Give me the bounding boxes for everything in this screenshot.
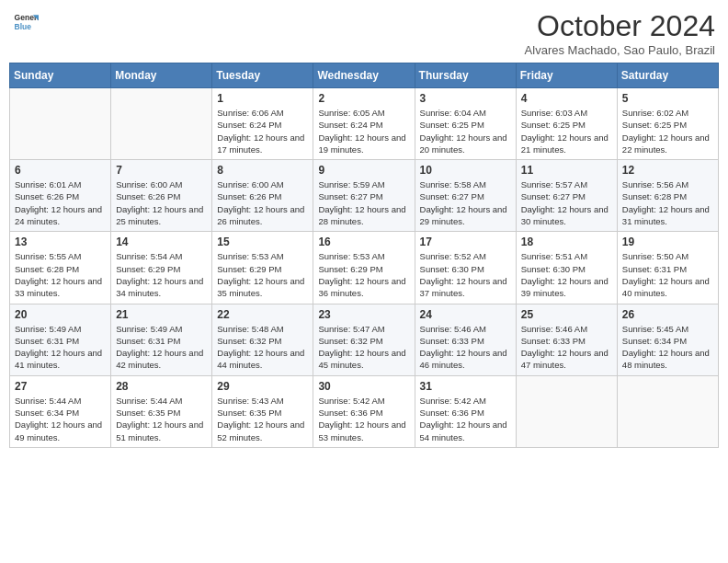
calendar-day-24: 24Sunrise: 5:46 AM Sunset: 6:33 PM Dayli… [415, 304, 516, 375]
calendar-empty-cell [111, 88, 212, 160]
weekday-header-friday: Friday [516, 63, 617, 88]
calendar-table: SundayMondayTuesdayWednesdayThursdayFrid… [9, 63, 719, 448]
day-number: 30 [318, 380, 409, 393]
day-info: Sunrise: 5:55 AM Sunset: 6:28 PM Dayligh… [15, 250, 106, 299]
day-number: 23 [318, 308, 409, 321]
day-info: Sunrise: 5:54 AM Sunset: 6:29 PM Dayligh… [116, 250, 207, 299]
weekday-header-thursday: Thursday [415, 63, 516, 88]
calendar-day-16: 16Sunrise: 5:53 AM Sunset: 6:29 PM Dayli… [313, 232, 415, 304]
day-number: 25 [521, 308, 612, 321]
day-number: 1 [217, 92, 308, 105]
day-info: Sunrise: 5:42 AM Sunset: 6:36 PM Dayligh… [318, 395, 409, 443]
calendar-week-5: 27Sunrise: 5:44 AM Sunset: 6:34 PM Dayli… [10, 375, 719, 447]
calendar-day-29: 29Sunrise: 5:43 AM Sunset: 6:35 PM Dayli… [212, 375, 313, 447]
calendar-day-4: 4Sunrise: 6:03 AM Sunset: 6:25 PM Daylig… [516, 88, 617, 160]
calendar-empty-cell [617, 375, 718, 447]
calendar-day-1: 1Sunrise: 6:06 AM Sunset: 6:24 PM Daylig… [212, 88, 313, 160]
svg-text:General: General [15, 13, 39, 22]
day-number: 22 [217, 308, 308, 321]
day-number: 21 [116, 308, 207, 321]
calendar-day-9: 9Sunrise: 5:59 AM Sunset: 6:27 PM Daylig… [313, 160, 415, 232]
day-number: 7 [116, 164, 207, 177]
day-info: Sunrise: 5:57 AM Sunset: 6:27 PM Dayligh… [521, 178, 612, 227]
day-info: Sunrise: 6:02 AM Sunset: 6:25 PM Dayligh… [622, 107, 713, 155]
day-number: 19 [622, 236, 713, 248]
title-section: October 2024 Alvares Machado, Sao Paulo,… [525, 9, 715, 57]
day-info: Sunrise: 5:49 AM Sunset: 6:31 PM Dayligh… [116, 323, 207, 372]
day-number: 12 [622, 164, 713, 177]
calendar-day-13: 13Sunrise: 5:55 AM Sunset: 6:28 PM Dayli… [10, 232, 111, 304]
weekday-header-sunday: Sunday [10, 63, 111, 88]
day-number: 29 [217, 380, 308, 393]
calendar-day-31: 31Sunrise: 5:42 AM Sunset: 6:36 PM Dayli… [415, 375, 516, 447]
calendar-day-10: 10Sunrise: 5:58 AM Sunset: 6:27 PM Dayli… [415, 160, 516, 232]
month-title: October 2024 [525, 9, 715, 43]
day-info: Sunrise: 6:04 AM Sunset: 6:25 PM Dayligh… [420, 107, 511, 155]
day-info: Sunrise: 5:56 AM Sunset: 6:28 PM Dayligh… [622, 178, 713, 227]
day-info: Sunrise: 5:59 AM Sunset: 6:27 PM Dayligh… [318, 178, 409, 227]
day-info: Sunrise: 5:51 AM Sunset: 6:30 PM Dayligh… [521, 250, 612, 299]
calendar-empty-cell [516, 375, 617, 447]
day-number: 11 [521, 164, 612, 177]
calendar-week-4: 20Sunrise: 5:49 AM Sunset: 6:31 PM Dayli… [10, 304, 719, 375]
day-number: 16 [318, 236, 409, 248]
calendar-day-25: 25Sunrise: 5:46 AM Sunset: 6:33 PM Dayli… [516, 304, 617, 375]
day-number: 28 [116, 380, 207, 393]
day-number: 27 [15, 380, 106, 393]
day-info: Sunrise: 5:45 AM Sunset: 6:34 PM Dayligh… [622, 323, 713, 372]
calendar-day-6: 6Sunrise: 6:01 AM Sunset: 6:26 PM Daylig… [10, 160, 111, 232]
day-number: 26 [622, 308, 713, 321]
day-info: Sunrise: 5:58 AM Sunset: 6:27 PM Dayligh… [420, 178, 511, 227]
day-number: 31 [420, 380, 511, 393]
page-header: General Blue October 2024 Alvares Machad… [9, 9, 719, 57]
calendar-day-5: 5Sunrise: 6:02 AM Sunset: 6:25 PM Daylig… [617, 88, 718, 160]
day-info: Sunrise: 6:05 AM Sunset: 6:24 PM Dayligh… [318, 107, 409, 155]
logo-icon: General Blue [13, 9, 39, 35]
day-info: Sunrise: 5:52 AM Sunset: 6:30 PM Dayligh… [420, 250, 511, 299]
weekday-header-tuesday: Tuesday [212, 63, 313, 88]
calendar-week-3: 13Sunrise: 5:55 AM Sunset: 6:28 PM Dayli… [10, 232, 719, 304]
logo: General Blue [13, 9, 39, 35]
day-number: 6 [15, 164, 106, 177]
calendar-empty-cell [10, 88, 111, 160]
calendar-week-1: 1Sunrise: 6:06 AM Sunset: 6:24 PM Daylig… [10, 88, 719, 160]
weekday-header-saturday: Saturday [617, 63, 718, 88]
day-info: Sunrise: 6:00 AM Sunset: 6:26 PM Dayligh… [217, 178, 308, 227]
day-number: 15 [217, 236, 308, 248]
day-info: Sunrise: 5:46 AM Sunset: 6:33 PM Dayligh… [420, 323, 511, 372]
day-info: Sunrise: 5:44 AM Sunset: 6:34 PM Dayligh… [15, 395, 106, 443]
day-info: Sunrise: 6:00 AM Sunset: 6:26 PM Dayligh… [116, 178, 207, 227]
day-info: Sunrise: 6:06 AM Sunset: 6:24 PM Dayligh… [217, 107, 308, 155]
calendar-day-21: 21Sunrise: 5:49 AM Sunset: 6:31 PM Dayli… [111, 304, 212, 375]
calendar-day-23: 23Sunrise: 5:47 AM Sunset: 6:32 PM Dayli… [313, 304, 415, 375]
calendar-day-15: 15Sunrise: 5:53 AM Sunset: 6:29 PM Dayli… [212, 232, 313, 304]
day-info: Sunrise: 5:48 AM Sunset: 6:32 PM Dayligh… [217, 323, 308, 372]
day-number: 14 [116, 236, 207, 248]
day-info: Sunrise: 5:49 AM Sunset: 6:31 PM Dayligh… [15, 323, 106, 372]
location-subtitle: Alvares Machado, Sao Paulo, Brazil [525, 43, 715, 57]
svg-text:Blue: Blue [15, 22, 32, 31]
day-info: Sunrise: 5:44 AM Sunset: 6:35 PM Dayligh… [116, 395, 207, 443]
calendar-day-12: 12Sunrise: 5:56 AM Sunset: 6:28 PM Dayli… [617, 160, 718, 232]
day-info: Sunrise: 5:53 AM Sunset: 6:29 PM Dayligh… [318, 250, 409, 299]
day-number: 3 [420, 92, 511, 105]
calendar-day-26: 26Sunrise: 5:45 AM Sunset: 6:34 PM Dayli… [617, 304, 718, 375]
day-number: 18 [521, 236, 612, 248]
weekday-header-row: SundayMondayTuesdayWednesdayThursdayFrid… [10, 63, 719, 88]
weekday-header-monday: Monday [111, 63, 212, 88]
calendar-day-8: 8Sunrise: 6:00 AM Sunset: 6:26 PM Daylig… [212, 160, 313, 232]
calendar-day-19: 19Sunrise: 5:50 AM Sunset: 6:31 PM Dayli… [617, 232, 718, 304]
calendar-day-18: 18Sunrise: 5:51 AM Sunset: 6:30 PM Dayli… [516, 232, 617, 304]
day-number: 2 [318, 92, 409, 105]
day-number: 17 [420, 236, 511, 248]
weekday-header-wednesday: Wednesday [313, 63, 415, 88]
calendar-day-22: 22Sunrise: 5:48 AM Sunset: 6:32 PM Dayli… [212, 304, 313, 375]
day-number: 13 [15, 236, 106, 248]
day-number: 4 [521, 92, 612, 105]
day-number: 20 [15, 308, 106, 321]
day-info: Sunrise: 5:50 AM Sunset: 6:31 PM Dayligh… [622, 250, 713, 299]
day-info: Sunrise: 5:43 AM Sunset: 6:35 PM Dayligh… [217, 395, 308, 443]
calendar-day-11: 11Sunrise: 5:57 AM Sunset: 6:27 PM Dayli… [516, 160, 617, 232]
day-info: Sunrise: 5:42 AM Sunset: 6:36 PM Dayligh… [420, 395, 511, 443]
day-number: 8 [217, 164, 308, 177]
